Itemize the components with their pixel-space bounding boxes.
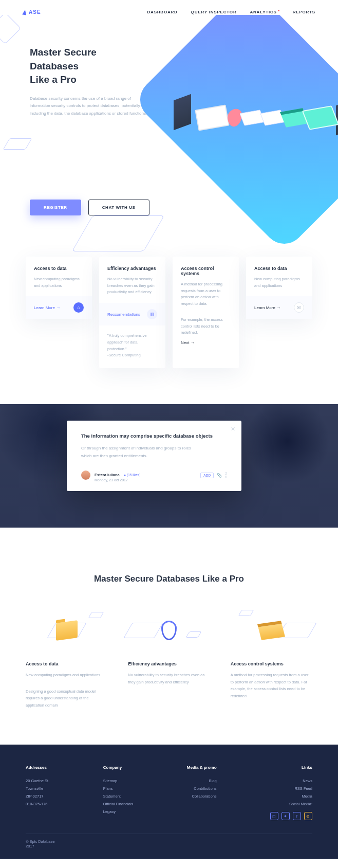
footer-link-financials[interactable]: Official Financials <box>103 802 134 806</box>
footer-col-addresses: Addresses 20 Goethe St. Townsville ZIP 0… <box>26 765 49 820</box>
feature-access-control: Access control systems A method for proc… <box>231 610 312 709</box>
feature-title: Access control systems <box>231 661 312 666</box>
footer-link-contributions[interactable]: Contributions <box>194 786 216 791</box>
features: Master Secure Databases Like a Pro Acces… <box>0 528 338 745</box>
footer-col-links: Links News RSS Feed Media Social Media: … <box>270 765 312 820</box>
footer-link-media[interactable]: Media <box>302 794 312 799</box>
author-date: Monday, 23 oct 2017 <box>95 478 140 482</box>
quote-source: -Secure Computing <box>107 353 141 357</box>
count-2: 6 <box>225 475 227 479</box>
quote-text: "A truly comprehensive approach for data… <box>107 333 146 351</box>
card-title: Access control systems <box>181 266 231 276</box>
footer-link-sitemap[interactable]: Sitemap <box>103 779 118 783</box>
feature-p1: No vulnerability to security breaches ev… <box>128 672 210 685</box>
meta-text: Estera Iuliana ● (15 likes) Monday, 23 o… <box>95 469 140 482</box>
feature-title: Access to data <box>26 661 107 666</box>
tile-icon <box>124 623 163 638</box>
deco-diamond-icon <box>0 15 21 44</box>
card-efficiency: Efficiency advantages No vulnerability t… <box>99 257 165 368</box>
attachment-icon[interactable]: 📎 <box>217 473 222 478</box>
footer-heading: Links <box>270 765 312 770</box>
feature-access-data: Access to data New computing paradigms a… <box>26 610 107 709</box>
feature-p1: A method for processing requests from a … <box>231 672 312 699</box>
card-title: Access to data <box>34 266 84 271</box>
recommendations-link[interactable]: Reccomendations <box>107 312 140 317</box>
address-line: 20 Goethe St. <box>26 777 49 785</box>
card-body: New computing paradigms and applications <box>34 276 84 290</box>
author-name: Estera Iuliana <box>95 473 120 477</box>
deco-tile-icon <box>3 138 32 150</box>
footer-link-news[interactable]: News <box>303 779 312 783</box>
footer-heading: Addresses <box>26 765 49 770</box>
footer-link-plans[interactable]: Plans <box>103 786 113 791</box>
likes-badge: ● (15 likes) <box>124 473 140 477</box>
hero-title-line2: Like a Pro <box>30 74 77 85</box>
likes-count: (15 likes) <box>127 473 140 477</box>
main-nav: DASHBOARD QUERY INSPECTOR ANALYTICS REPO… <box>147 10 316 14</box>
register-button[interactable]: REGISTER <box>30 200 81 215</box>
testimonial-meta: Estera Iuliana ● (15 likes) Monday, 23 o… <box>81 469 227 482</box>
card-body: New computing paradigms and applications <box>254 276 304 290</box>
card-footer: Reccomendations ▥ <box>99 303 165 326</box>
footer-link-legacy[interactable]: Legacy <box>103 809 116 814</box>
brand-text: ASE <box>29 9 41 15</box>
features-title: Master Secure Databases Like a Pro <box>26 574 312 584</box>
chat-button[interactable]: CHAT WITH US <box>88 200 149 215</box>
footer-heading: Media & promo <box>187 765 217 770</box>
add-tag-button[interactable]: ADD <box>200 473 214 478</box>
instagram-icon[interactable]: ◻ <box>270 812 278 820</box>
card-access-control: Access control systems A method for proc… <box>173 257 239 368</box>
testimonial-card: ✕ The information may comprise specific … <box>67 421 241 491</box>
testimonial-actions: ADD 📎 2 6 <box>200 472 227 479</box>
logo[interactable]: ASE <box>23 9 41 15</box>
nav-query-inspector[interactable]: QUERY INSPECTOR <box>191 10 237 14</box>
card-footer: Learn More → ⌂ <box>26 296 92 319</box>
learn-more-link[interactable]: Learn More → <box>34 305 60 310</box>
next-link[interactable]: Next → <box>181 336 231 354</box>
tile-sm-icon <box>238 610 254 616</box>
feature-cards: Access to data New computing paradigms a… <box>0 257 338 368</box>
hero-title: Master Secure Databases Like a Pro <box>30 46 143 87</box>
feature-efficiency: Efficiency advantages No vulnerability t… <box>128 610 210 709</box>
nav-analytics[interactable]: ANALYTICS <box>250 10 279 14</box>
footer-col-company: Company Sitemap Plans Statement Official… <box>103 765 134 820</box>
chart-icon: ▥ <box>147 309 157 319</box>
deco-tile-large-icon <box>72 215 164 251</box>
facebook-icon[interactable]: f <box>293 812 301 820</box>
footer-link-statement[interactable]: Statement <box>103 794 121 799</box>
twitter-icon[interactable]: ✦ <box>281 812 290 820</box>
nav-reports[interactable]: REPORTS <box>293 10 315 14</box>
card-body: A method for processing requests from a … <box>181 281 231 308</box>
footer-heading: Company <box>103 765 134 770</box>
features-row: Access to data New computing paradigms a… <box>26 610 312 709</box>
dribbble-icon[interactable]: ⊛ <box>304 812 312 820</box>
footer-link-rss[interactable]: RSS Feed <box>294 786 312 791</box>
feature-p2: Designing a good conceptual data model r… <box>26 688 107 709</box>
close-icon[interactable]: ✕ <box>231 426 235 432</box>
tile-sm-icon <box>185 631 201 638</box>
feature-illustration <box>231 610 312 651</box>
learn-more-link[interactable]: Learn More → <box>254 305 280 310</box>
footer: Addresses 20 Goethe St. Townsville ZIP 0… <box>0 745 338 859</box>
copyright-year: 2017 <box>26 844 312 848</box>
footer-link-blog[interactable]: Blog <box>209 779 217 783</box>
logo-mark-icon <box>22 9 27 15</box>
card-quote: "A truly comprehensive approach for data… <box>107 326 157 368</box>
shield-icon <box>228 108 242 128</box>
feature-illustration <box>26 610 107 651</box>
monitor-icon: ⌂ <box>73 302 84 313</box>
footer-social-label: Social Media: <box>270 800 312 808</box>
hero-title-line1: Master Secure Databases <box>30 47 97 71</box>
footer-link-collaborations[interactable]: Collaborations <box>192 794 217 799</box>
address-line: ZIP 02717 <box>26 792 49 800</box>
card-icon <box>239 110 265 125</box>
footer-col-media: Media & promo Blog Contributions Collabo… <box>187 765 217 820</box>
card-footer: Learn More → ✉ <box>246 296 312 319</box>
nav-dashboard[interactable]: DASHBOARD <box>147 10 178 14</box>
address-line: 010-375-176 <box>26 800 49 808</box>
chat-icon: ✉ <box>294 302 304 313</box>
server-icon <box>174 94 191 130</box>
copyright: © Epic Database 2017 <box>26 834 312 848</box>
shield-icon <box>161 621 177 640</box>
avatar <box>81 471 90 480</box>
